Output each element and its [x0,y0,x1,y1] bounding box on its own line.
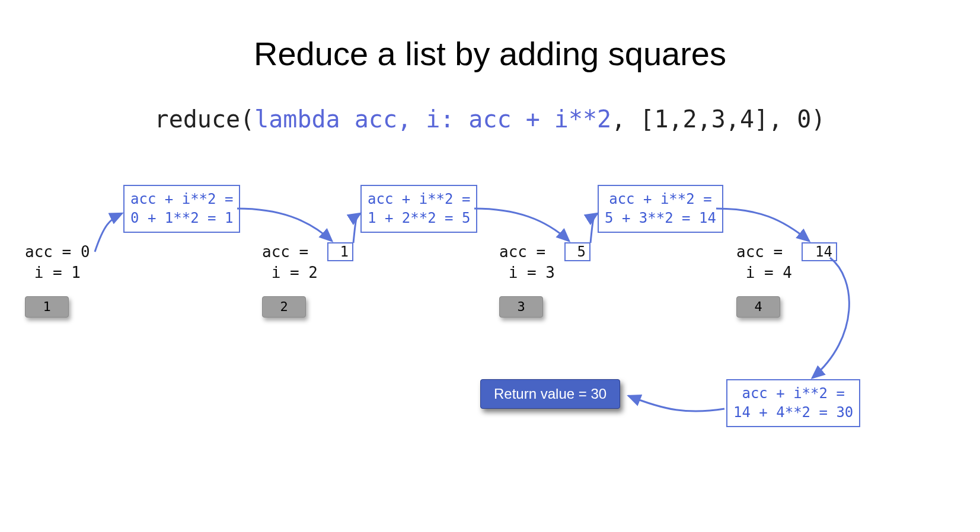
step-4-i: i = 4 [736,262,855,283]
calc-1-line2: 0 + 1**2 = 1 [130,210,233,226]
step-1-acc: acc = 0 [25,242,143,262]
calc-4: acc + i**2 = 14 + 4**2 = 30 [726,379,860,427]
calc-2-line2: 1 + 2**2 = 5 [368,210,470,226]
step-1: acc = 0 i = 1 1 [25,242,143,318]
step-1-i: i = 1 [25,262,143,283]
code-expression: reduce(lambda acc, i: acc + i**2, [1,2,3… [0,105,980,133]
step-4-chip: 4 [736,296,780,318]
step-4-accbox: 14 [802,242,837,261]
calc-4-line1: acc + i**2 = [742,385,844,402]
step-3: acc = i = 3 3 [499,242,618,318]
arrow-3-down [716,209,809,241]
step-2-i: i = 2 [262,262,381,283]
diagram-title: Reduce a list by adding squares [0,34,980,73]
calc-4-line2: 14 + 4**2 = 30 [733,404,853,421]
step-4: acc = i = 4 4 [736,242,855,318]
calc-3-line2: 5 + 3**2 = 14 [605,210,716,226]
arrow-2-up [353,213,360,243]
code-lambda: lambda acc, i: acc + i**2 [254,105,611,133]
arrow-2-down [474,209,569,241]
arrow-1-down [237,209,332,241]
step-1-chip: 1 [25,296,69,318]
calc-2: acc + i**2 = 1 + 2**2 = 5 [360,185,477,233]
step-2-accbox: 1 [327,242,353,261]
step-2-acc: acc = [262,242,381,262]
step-4-acc: acc = [736,242,855,262]
calc-3: acc + i**2 = 5 + 3**2 = 14 [598,185,723,233]
step-2: acc = i = 2 2 [262,242,381,318]
calc-3-line1: acc + i**2 = [609,191,711,207]
step-3-accbox: 5 [564,242,590,261]
calc-2-line1: acc + i**2 = [368,191,470,207]
code-prefix: reduce( [155,105,255,133]
arrow-3-up [590,213,598,243]
code-suffix: , [1,2,3,4], 0) [611,105,825,133]
calc-1: acc + i**2 = 0 + 1**2 = 1 [123,185,240,233]
arrow-return [628,396,724,411]
step-2-chip: 2 [262,296,306,318]
step-3-acc: acc = [499,242,618,262]
return-box: Return value = 30 [480,379,620,409]
step-3-chip: 3 [499,296,543,318]
calc-1-line1: acc + i**2 = [130,191,233,207]
diagram-canvas: Reduce a list by adding squares reduce(l… [0,0,980,532]
step-3-i: i = 3 [499,262,618,283]
